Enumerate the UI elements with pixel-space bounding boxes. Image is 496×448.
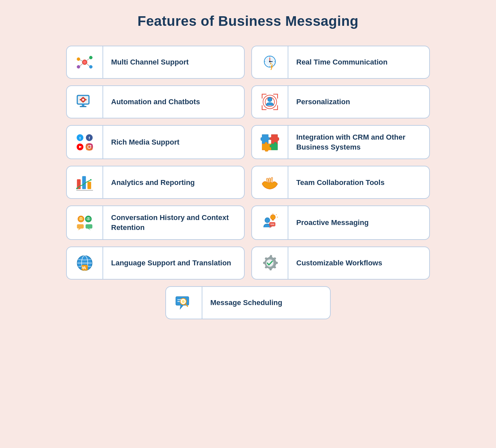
- icon-area-personalization: [252, 86, 288, 118]
- card-real-time-communication: Real Time Communication: [251, 46, 430, 79]
- card-integration-crm: Integration with CRM and Other Business …: [251, 125, 430, 159]
- svg-rect-57: [77, 224, 84, 229]
- svg-point-4: [89, 65, 92, 68]
- svg-point-66: [265, 218, 270, 223]
- svg-rect-59: [86, 224, 93, 229]
- svg-point-81: [182, 300, 185, 303]
- svg-point-55: [87, 218, 88, 219]
- svg-line-6: [80, 60, 83, 62]
- svg-point-61: [270, 215, 275, 220]
- puzzle-icon: [260, 132, 280, 152]
- icon-area-crm: [252, 126, 288, 158]
- gear-screen-icon: [75, 92, 95, 112]
- svg-rect-45: [87, 182, 91, 189]
- icon-area-real-time: [252, 46, 288, 78]
- svg-line-8: [87, 64, 90, 66]
- svg-rect-24: [82, 97, 84, 98]
- label-real-time-communication: Real Time Communication: [288, 51, 429, 74]
- svg-point-32: [268, 97, 272, 102]
- handshake-icon: [260, 172, 280, 192]
- bottom-row: Message Scheduling: [66, 286, 430, 319]
- svg-marker-58: [78, 229, 81, 231]
- icon-area-team-collab: [252, 166, 288, 198]
- chart-icon: [75, 172, 95, 192]
- svg-point-3: [89, 56, 92, 59]
- svg-point-14: [269, 61, 271, 63]
- card-customizable-workflows: Customizable Workflows: [251, 246, 430, 280]
- svg-point-52: [81, 218, 82, 219]
- language-icon: A あ: [75, 253, 95, 273]
- icon-area-rich-media: t f: [67, 126, 103, 158]
- svg-point-51: [80, 218, 81, 219]
- page-title: Features of Business Messaging: [66, 13, 430, 29]
- svg-rect-62: [272, 219, 274, 221]
- icon-area-scheduling: [166, 287, 202, 319]
- icon-area-conversation: [67, 206, 103, 239]
- label-rich-media-support: Rich Media Support: [103, 131, 244, 154]
- svg-rect-29: [80, 106, 87, 107]
- svg-marker-60: [88, 229, 91, 231]
- svg-point-71: [273, 224, 274, 225]
- icon-area-multi-channel: [67, 46, 103, 78]
- svg-line-64: [276, 214, 277, 215]
- svg-point-5: [77, 65, 80, 68]
- svg-rect-25: [82, 101, 84, 103]
- card-multi-channel-support: Multi Channel Support: [66, 46, 245, 79]
- svg-point-42: [90, 145, 91, 146]
- network-icon: [75, 52, 95, 72]
- card-analytics-reporting: Analytics and Reporting: [66, 166, 245, 199]
- svg-point-56: [89, 218, 90, 219]
- card-automation-chatbots: Automation and Chatbots: [66, 85, 245, 118]
- card-message-scheduling: Message Scheduling: [165, 286, 331, 319]
- svg-rect-26: [80, 99, 81, 101]
- label-multi-channel-support: Multi Channel Support: [103, 51, 244, 74]
- icon-area-language: A あ: [67, 247, 103, 279]
- svg-line-7: [87, 59, 90, 61]
- card-personalization: Personalization: [251, 85, 430, 118]
- schedule-icon: [174, 293, 194, 313]
- svg-point-23: [82, 99, 84, 101]
- card-proactive-messaging: Proactive Messaging: [251, 205, 430, 240]
- svg-text:あ: あ: [82, 266, 84, 269]
- svg-rect-40: [86, 143, 93, 150]
- svg-point-69: [270, 224, 271, 225]
- label-personalization: Personalization: [288, 90, 429, 113]
- label-language-support: Language Support and Translation: [103, 251, 244, 275]
- svg-text:t: t: [79, 136, 81, 140]
- label-team-collaboration: Team Collaboration Tools: [288, 171, 429, 194]
- label-customizable-workflows: Customizable Workflows: [288, 251, 429, 275]
- label-proactive-messaging: Proactive Messaging: [288, 211, 429, 234]
- social-media-icon: t f: [75, 132, 95, 152]
- clock-icon: [260, 52, 280, 72]
- svg-point-47: [76, 188, 78, 190]
- svg-point-48: [90, 179, 92, 181]
- svg-point-70: [272, 224, 273, 225]
- workflow-icon: [260, 253, 280, 273]
- label-message-scheduling: Message Scheduling: [202, 291, 330, 314]
- person-target-icon: [260, 92, 280, 112]
- card-rich-media-support: t f: [66, 125, 245, 159]
- svg-point-2: [77, 58, 80, 61]
- icon-area-automation: [67, 86, 103, 118]
- proactive-icon: [260, 213, 280, 233]
- card-team-collaboration: Team Collaboration Tools: [251, 166, 430, 199]
- features-grid: Multi Channel Support: [66, 46, 430, 280]
- svg-point-1: [83, 61, 86, 64]
- label-automation-chatbots: Automation and Chatbots: [103, 90, 244, 113]
- icon-area-proactive: [252, 206, 288, 239]
- page-container: Features of Business Messaging: [66, 13, 430, 319]
- svg-line-9: [80, 64, 83, 66]
- chat-history-icon: [75, 213, 95, 233]
- label-integration-crm: Integration with CRM and Other Business …: [288, 126, 429, 158]
- svg-text:f: f: [89, 136, 90, 140]
- label-analytics-reporting: Analytics and Reporting: [103, 171, 244, 194]
- icon-area-workflows: [252, 247, 288, 279]
- svg-rect-27: [85, 99, 87, 101]
- icon-area-analytics: [67, 166, 103, 198]
- card-language-support: A あ Language Support and Translation: [66, 246, 245, 280]
- label-conversation-history: Conversation History and Context Retenti…: [103, 206, 244, 239]
- card-conversation-history: Conversation History and Context Retenti…: [66, 205, 245, 240]
